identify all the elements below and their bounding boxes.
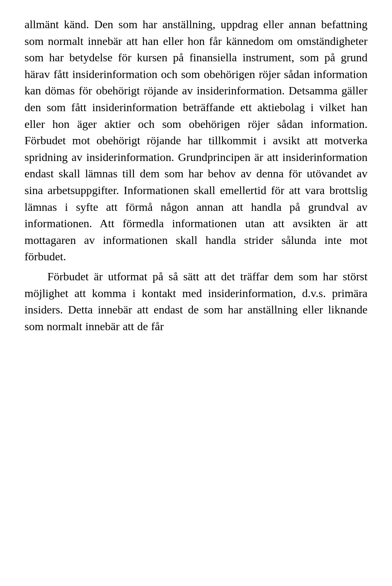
paragraph-2-text: Förbudet är utformat på så sätt att det … <box>24 270 368 333</box>
body-text: allmänt känd. Den som har anställning, u… <box>24 16 368 335</box>
paragraph-1-text: allmänt känd. Den som har anställning, u… <box>24 18 368 263</box>
paragraph-1: allmänt känd. Den som har anställning, u… <box>24 16 368 265</box>
paragraph-2: Förbudet är utformat på så sätt att det … <box>24 268 368 335</box>
page-container: allmänt känd. Den som har anställning, u… <box>0 0 392 586</box>
